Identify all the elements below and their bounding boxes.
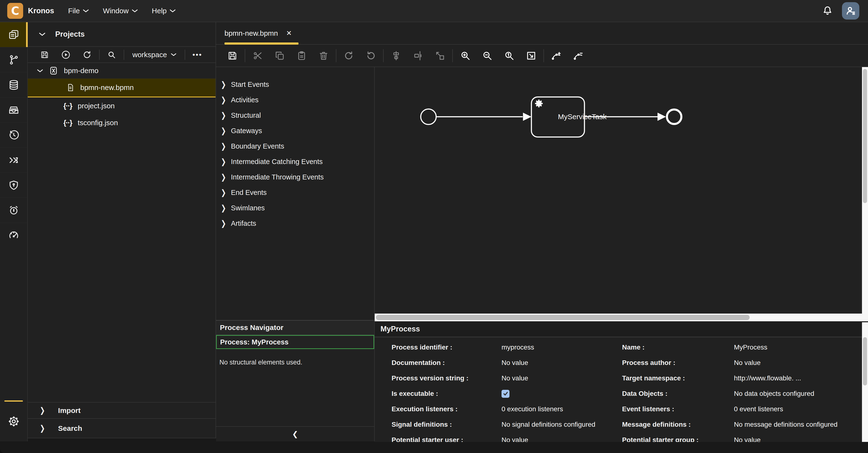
property-value[interactable]: MyProcess	[734, 340, 862, 355]
delete-button[interactable]	[312, 44, 334, 67]
fit-screen-button[interactable]	[520, 44, 542, 67]
fit-screen-icon	[526, 51, 536, 61]
property-label: Name :	[622, 340, 734, 355]
more-actions-button[interactable]: •••	[187, 47, 208, 62]
zoom-actual-icon	[504, 51, 514, 61]
remove-bendpoint-button[interactable]	[567, 44, 589, 67]
property-value[interactable]: No value	[734, 355, 862, 370]
sidebar-item-timers[interactable]	[0, 198, 27, 223]
tree-item-project[interactable]: bpm-demo	[28, 63, 216, 79]
tab-close-icon[interactable]: ✕	[286, 29, 292, 37]
sidebar-item-git[interactable]	[0, 47, 27, 72]
property-value[interactable]: No value	[501, 432, 622, 442]
property-value[interactable]: No value	[501, 355, 622, 370]
section-import[interactable]: ❯ Import	[28, 402, 216, 418]
project-search-button[interactable]	[101, 47, 122, 62]
notifications-button[interactable]	[820, 4, 835, 18]
run-button[interactable]	[55, 47, 76, 62]
property-value[interactable]: No value	[734, 432, 862, 442]
palette-group-end-events[interactable]: ❯ End Events	[216, 185, 374, 200]
zoom-actual-button[interactable]	[498, 44, 520, 67]
align-vertical-button[interactable]	[385, 44, 407, 67]
sidebar-item-projects[interactable]	[0, 22, 27, 47]
zoom-out-button[interactable]	[476, 44, 498, 67]
collapse-panel-button[interactable]: ❮	[216, 426, 375, 442]
refresh-icon	[83, 51, 91, 59]
projects-files-icon	[8, 29, 19, 40]
redo-button[interactable]	[338, 44, 360, 67]
palette-group-start-events[interactable]: ❯ Start Events	[216, 77, 374, 92]
navigator-selected-process[interactable]: Process: MyProcess	[216, 335, 374, 349]
scrollbar-thumb[interactable]	[863, 337, 867, 386]
chevron-down-icon	[171, 53, 177, 56]
property-value[interactable]: No data objects configured	[734, 386, 862, 401]
palette-group-label: End Events	[231, 189, 267, 197]
scrollbar-thumb[interactable]	[376, 315, 750, 320]
palette-group-structural[interactable]: ❯ Structural	[216, 108, 374, 123]
chevron-down-icon	[132, 9, 138, 13]
property-value[interactable]: myprocess	[501, 340, 622, 355]
section-search[interactable]: ❯ Search	[28, 418, 216, 438]
tree-item-file[interactable]: {··} tsconfig.json	[28, 114, 216, 131]
palette-group-label: Boundary Events	[231, 142, 284, 150]
workspace-selector[interactable]: workspace	[126, 51, 183, 59]
property-value[interactable]: No signal definitions configured	[501, 417, 622, 432]
bpmn-canvas[interactable]: MyServiceTask	[375, 67, 862, 313]
sidebar-item-metrics[interactable]	[0, 223, 27, 248]
sidebar-item-deployments[interactable]	[0, 97, 27, 123]
same-size-icon	[435, 51, 445, 61]
palette-group-activities[interactable]: ❯ Activities	[216, 92, 374, 108]
save-all-button[interactable]	[34, 47, 55, 62]
cut-button[interactable]	[247, 44, 269, 67]
property-label: Execution listeners :	[392, 401, 501, 417]
projects-header[interactable]: Projects	[28, 22, 216, 47]
sidebar-item-history[interactable]	[0, 123, 27, 148]
copy-button[interactable]	[269, 44, 290, 67]
palette-group-label: Swimlanes	[231, 204, 265, 212]
sidebar-item-settings[interactable]	[0, 408, 27, 435]
palette-group-swimlanes[interactable]: ❯ Swimlanes	[216, 200, 374, 216]
menu-window[interactable]: Window	[103, 7, 138, 15]
menu-help[interactable]: Help	[152, 7, 176, 15]
process-navigator-panel: Process Navigator Process: MyProcess No …	[216, 320, 375, 426]
sidebar-item-security[interactable]	[0, 173, 27, 198]
palette-group-intermediate-throwing[interactable]: ❯ Intermediate Throwing Events	[216, 169, 374, 185]
sidebar-item-jobs[interactable]	[0, 148, 27, 173]
refresh-button[interactable]	[76, 47, 98, 62]
same-size-button[interactable]	[429, 44, 451, 67]
toolbar-divider	[124, 50, 124, 60]
chevron-right-icon: ❯	[40, 424, 45, 433]
palette-group-artifacts[interactable]: ❯ Artifacts	[216, 216, 374, 231]
menu-file[interactable]: File	[68, 7, 89, 15]
canvas-horizontal-scrollbar[interactable]	[375, 313, 868, 321]
property-value[interactable]: http://www.flowable. ...	[734, 370, 862, 386]
properties-vertical-scrollbar[interactable]	[862, 322, 868, 442]
tree-item-file-selected[interactable]: bpmn-new.bpmn	[28, 79, 216, 97]
zoom-in-button[interactable]	[454, 44, 476, 67]
paste-button[interactable]	[290, 44, 312, 67]
property-value[interactable]: No message definitions configured	[734, 417, 862, 432]
user-avatar[interactable]	[842, 2, 859, 20]
property-value[interactable]: No value	[501, 370, 622, 386]
scrollbar-thumb[interactable]	[863, 69, 867, 203]
palette-group-intermediate-catching[interactable]: ❯ Intermediate Catching Events	[216, 154, 374, 169]
add-bendpoint-button[interactable]	[546, 44, 567, 67]
canvas-vertical-scrollbar[interactable]	[862, 67, 868, 313]
property-value[interactable]: 0 event listeners	[734, 401, 862, 417]
properties-grid: Process identifier : myprocess Name : My…	[375, 337, 862, 442]
undo-button[interactable]	[360, 44, 382, 67]
align-horizontal-button[interactable]	[407, 44, 429, 67]
bpmn-palette: ❯ Start Events ❯ Activities ❯ Structural…	[216, 67, 375, 320]
property-label: Message definitions :	[622, 417, 734, 432]
is-executable-checkbox[interactable]	[501, 390, 509, 398]
git-branch-icon	[8, 54, 19, 65]
palette-group-boundary-events[interactable]: ❯ Boundary Events	[216, 139, 374, 154]
trash-icon	[318, 51, 329, 61]
property-value[interactable]: 0 execution listeners	[501, 401, 622, 417]
save-icon	[40, 51, 49, 59]
sidebar-item-database[interactable]	[0, 72, 27, 97]
tree-item-file[interactable]: {··} project.json	[28, 97, 216, 114]
save-button[interactable]	[221, 44, 243, 67]
tab-bpmn-new[interactable]: bpmn-new.bpmn ✕	[224, 22, 299, 44]
palette-group-gateways[interactable]: ❯ Gateways	[216, 123, 374, 139]
